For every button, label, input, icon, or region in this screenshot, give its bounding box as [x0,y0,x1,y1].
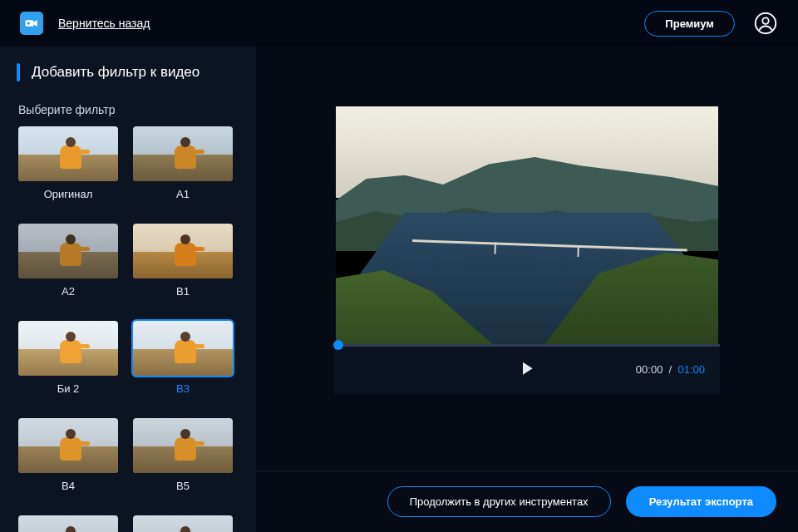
filter-item-b5[interactable]: В5 [131,416,234,492]
filter-thumbnail [17,514,120,532]
filter-item-extra[interactable] [131,514,234,532]
filter-label: Би 2 [57,382,80,395]
filter-label: А1 [176,188,190,200]
filter-label: В1 [176,285,190,298]
choose-filter-label: Выберите фильтр [17,103,256,116]
play-button[interactable] [519,359,535,381]
filter-item-b1[interactable]: В1 [131,222,234,298]
premium-button[interactable]: Премиум [644,11,735,37]
filter-label: Оригинал [44,188,93,200]
bottom-bar: Продолжить в других инструментах Результ… [256,470,798,532]
current-time: 00:00 [636,363,663,376]
filter-item-extra[interactable] [17,514,120,532]
account-button[interactable] [753,11,778,36]
filter-label: В4 [62,480,75,492]
filter-label: В5 [176,480,190,492]
filter-thumbnail [131,319,234,377]
video-preview-image [336,106,718,347]
header: Вернитесь назад Премиум [0,0,798,47]
time-display: 00:00 / 01:00 [636,363,705,376]
section-accent [17,63,20,81]
filter-grid: ОригиналА1А2В1Би 2В3В4В5 [17,125,256,532]
filter-thumbnail [17,416,120,475]
filter-item-b2[interactable]: Би 2 [17,319,120,395]
preview-stage: 00:00 / 01:00 [256,47,798,470]
player-controls: 00:00 / 01:00 [334,344,720,394]
progress-handle[interactable] [333,340,343,350]
filter-item-a1[interactable]: А1 [131,125,234,200]
video-box: 00:00 / 01:00 [336,106,718,347]
time-separator: / [666,363,677,376]
filter-thumbnail [131,222,234,280]
camera-icon [24,16,39,31]
continue-tools-button[interactable]: Продолжить в других инструментах [387,486,611,517]
video-frame[interactable] [336,106,718,347]
svg-point-3 [762,17,768,23]
filter-thumbnail [131,416,234,475]
section-header: Добавить фильтр к видео [17,63,256,81]
filter-thumbnail [131,125,234,183]
filter-item-b3[interactable]: В3 [131,319,234,395]
play-icon [519,359,535,377]
back-link[interactable]: Вернитесь назад [58,17,150,30]
filter-item-orig[interactable]: Оригинал [17,125,120,200]
filter-item-b4[interactable]: В4 [17,416,120,492]
app-logo [20,12,43,35]
filter-thumbnail [131,514,234,532]
filter-thumbnail [17,125,120,183]
user-icon [754,12,777,35]
filter-label: В3 [176,382,190,395]
sidebar: Добавить фильтр к видео Выберите фильтр … [0,47,256,532]
filter-thumbnail [17,319,120,377]
progress-track[interactable] [334,344,720,347]
duration: 01:00 [677,363,705,376]
export-button[interactable]: Результат экспорта [626,486,776,517]
page-title: Добавить фильтр к видео [32,64,200,81]
filter-thumbnail [17,222,120,280]
filter-label: А2 [62,285,75,298]
preview-area: 00:00 / 01:00 Продолжить в других инстру… [256,47,798,532]
filter-item-a2[interactable]: А2 [17,222,120,298]
svg-point-1 [27,22,30,24]
